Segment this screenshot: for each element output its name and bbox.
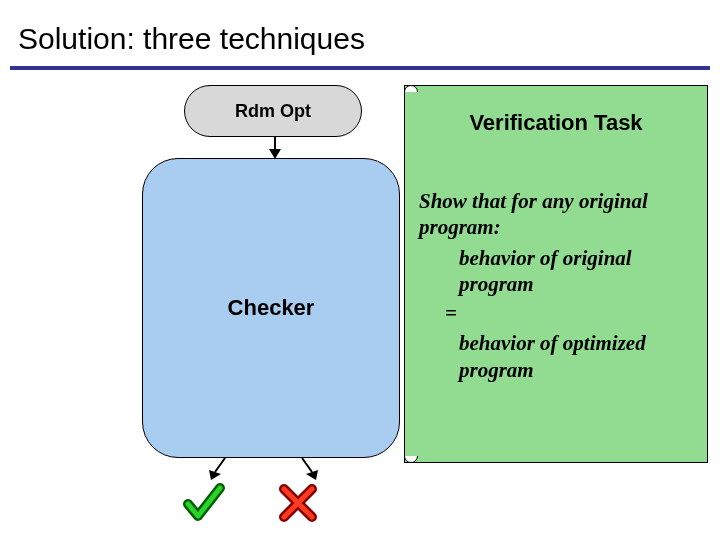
checker-box: Checker bbox=[142, 158, 400, 458]
page-title: Solution: three techniques bbox=[18, 22, 365, 56]
verification-eq: = bbox=[419, 300, 693, 326]
scroll-curl-bottom bbox=[404, 449, 418, 463]
cross-icon bbox=[278, 483, 318, 523]
rdm-opt-label: Rdm Opt bbox=[235, 101, 311, 122]
verification-body: Show that for any original program: beha… bbox=[405, 188, 707, 383]
checker-label: Checker bbox=[228, 295, 315, 321]
title-underline bbox=[10, 66, 710, 70]
svg-line-2 bbox=[215, 458, 225, 472]
verification-line2: behavior of optimized program bbox=[419, 330, 693, 383]
scroll-curl-top bbox=[404, 85, 418, 99]
verification-panel: Verification Task Show that for any orig… bbox=[404, 85, 708, 463]
verification-heading: Verification Task bbox=[405, 110, 707, 136]
check-icon bbox=[182, 480, 226, 524]
verification-line1: behavior of original program bbox=[419, 245, 693, 298]
arrow-checker-to-cross bbox=[296, 456, 320, 484]
svg-line-4 bbox=[302, 458, 312, 472]
rdm-opt-box: Rdm Opt bbox=[184, 85, 362, 137]
verification-intro: Show that for any original program: bbox=[419, 188, 693, 241]
